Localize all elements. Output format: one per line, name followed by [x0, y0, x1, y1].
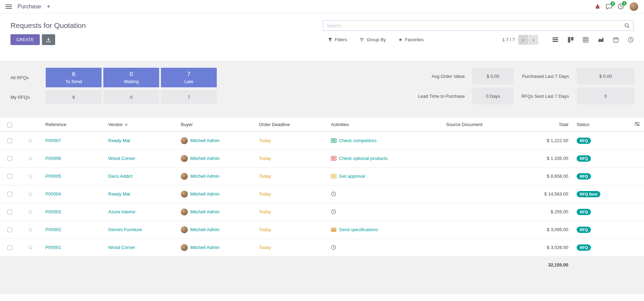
select-all-checkbox[interactable]	[7, 123, 12, 127]
column-header-reference[interactable]: Reference	[45, 122, 66, 127]
activity-icon[interactable]	[331, 228, 336, 232]
activity-icon[interactable]	[331, 138, 336, 143]
activity-icon[interactable]	[331, 209, 336, 214]
calendar-view-icon[interactable]	[613, 37, 619, 43]
my-rfq-count-waiting[interactable]: 0	[103, 90, 159, 104]
graph-view-icon[interactable]	[598, 37, 604, 42]
table-row[interactable]: ☆ P00003 Azure Interior Mitchell Admin T…	[0, 203, 644, 221]
row-checkbox[interactable]	[7, 156, 12, 161]
activity-icon[interactable]	[331, 174, 336, 178]
column-header-vendor[interactable]: Vendor	[108, 122, 128, 127]
favorite-star-icon[interactable]: ☆	[28, 226, 33, 233]
column-header-activities[interactable]: Activities	[331, 122, 349, 127]
table-row[interactable]: ☆ P00005 Deco Addict Mitchell Admin Toda…	[0, 167, 644, 185]
vendor-link[interactable]: Wood Corner	[108, 245, 135, 250]
row-checkbox[interactable]	[7, 227, 12, 232]
create-button[interactable]: CREATE	[10, 34, 40, 45]
all-rfqs-filter[interactable]: All RFQs	[10, 68, 44, 87]
column-header-total[interactable]: Total	[559, 122, 568, 127]
my-rfq-count-late[interactable]: 7	[161, 90, 217, 104]
add-plus-icon[interactable]: +	[47, 3, 51, 10]
activity-label[interactable]: Check competitors	[339, 138, 377, 143]
group-by-button[interactable]: Group By	[360, 37, 386, 42]
favorite-star-icon[interactable]: ☆	[28, 244, 33, 251]
activity-cell[interactable]	[331, 245, 438, 250]
activity-cell[interactable]: Check competitors	[331, 138, 438, 143]
buyer-link[interactable]: Mitchell Admin	[190, 227, 220, 232]
activity-cell[interactable]: Get approval	[331, 174, 438, 179]
user-avatar[interactable]	[629, 2, 638, 11]
activity-cell[interactable]: Check optional products	[331, 156, 438, 161]
favorites-button[interactable]: ★ Favorites	[398, 37, 423, 42]
my-rfqs-filter[interactable]: My RFQs	[10, 90, 44, 104]
vendor-link[interactable]: Wood Corner	[108, 156, 135, 161]
reference-link[interactable]: P00004	[45, 191, 61, 197]
upload-button[interactable]	[42, 34, 55, 45]
activity-label[interactable]: Send specifications	[339, 227, 378, 232]
favorite-star-icon[interactable]: ☆	[28, 191, 33, 197]
debug-bug-icon[interactable]	[595, 4, 600, 9]
buyer-link[interactable]: Mitchell Admin	[190, 245, 220, 250]
column-header-buyer[interactable]: Buyer	[181, 122, 193, 127]
my-rfq-count-to-send[interactable]: 6	[46, 90, 102, 104]
messages-icon[interactable]: 5	[606, 4, 612, 9]
activity-label[interactable]: Check optional products	[339, 156, 387, 161]
row-checkbox[interactable]	[7, 210, 12, 214]
activity-icon[interactable]	[331, 156, 336, 161]
buyer-link[interactable]: Mitchell Admin	[190, 191, 220, 197]
vendor-link[interactable]: Azure Interior	[108, 209, 135, 214]
activity-view-icon[interactable]	[628, 37, 634, 43]
rfq-tile-waiting[interactable]: 0Waiting	[103, 68, 159, 87]
list-view-icon[interactable]	[552, 37, 558, 42]
row-checkbox[interactable]	[7, 245, 12, 250]
activity-cell[interactable]: Send specifications	[331, 227, 438, 232]
pivot-view-icon[interactable]	[583, 37, 589, 43]
row-checkbox[interactable]	[7, 138, 12, 143]
rfq-tile-late[interactable]: 7Late	[161, 68, 217, 87]
kanban-view-icon[interactable]	[568, 37, 573, 43]
reference-link[interactable]: P00003	[45, 209, 61, 214]
row-checkbox[interactable]	[7, 174, 12, 179]
favorite-star-icon[interactable]: ☆	[28, 208, 33, 215]
reference-link[interactable]: P00005	[45, 174, 61, 179]
adjust-columns-icon[interactable]	[635, 122, 640, 126]
activity-icon[interactable]	[331, 245, 336, 250]
buyer-link[interactable]: Mitchell Admin	[190, 156, 220, 161]
buyer-link[interactable]: Mitchell Admin	[190, 174, 220, 179]
filters-button[interactable]: Filters	[328, 37, 347, 42]
vendor-link[interactable]: Gemini Furniture	[108, 227, 142, 232]
buyer-link[interactable]: Mitchell Admin	[190, 209, 220, 214]
activities-clock-icon[interactable]: 1	[618, 3, 624, 9]
row-checkbox[interactable]	[7, 192, 12, 197]
favorite-star-icon[interactable]: ☆	[28, 173, 33, 179]
table-row[interactable]: ☆ P00006 Wood Corner Mitchell Admin Toda…	[0, 149, 644, 167]
favorite-star-icon[interactable]: ☆	[28, 137, 33, 144]
column-header-source[interactable]: Source Document	[446, 122, 482, 127]
activity-cell[interactable]	[331, 191, 438, 197]
favorite-star-icon[interactable]: ☆	[28, 155, 33, 162]
pager-previous-button[interactable]: ‹	[518, 35, 528, 45]
reference-link[interactable]: P00007	[45, 138, 61, 143]
apps-menu-icon[interactable]	[6, 5, 12, 9]
table-row[interactable]: ☆ P00004 Ready Mat Mitchell Admin Today …	[0, 185, 644, 203]
activity-cell[interactable]	[331, 209, 438, 214]
activity-label[interactable]: Get approval	[339, 174, 365, 179]
table-row[interactable]: ☆ P00007 Ready Mat Mitchell Admin Today …	[0, 132, 644, 149]
buyer-link[interactable]: Mitchell Admin	[190, 138, 220, 143]
search-icon[interactable]	[624, 23, 630, 28]
table-row[interactable]: ☆ P00001 Wood Corner Mitchell Admin Toda…	[0, 238, 644, 256]
search-input[interactable]	[327, 23, 624, 28]
vendor-link[interactable]: Deco Addict	[108, 174, 132, 179]
activity-icon[interactable]	[331, 191, 336, 197]
reference-link[interactable]: P00002	[45, 227, 61, 232]
vendor-link[interactable]: Ready Mat	[108, 138, 130, 143]
reference-link[interactable]: P00006	[45, 156, 61, 161]
reference-link[interactable]: P00001	[45, 245, 61, 250]
pager-next-button[interactable]: ›	[528, 35, 538, 45]
column-header-deadline[interactable]: Order Deadline	[259, 122, 290, 127]
column-header-status[interactable]: Status	[577, 122, 590, 127]
table-row[interactable]: ☆ P00002 Gemini Furniture Mitchell Admin…	[0, 221, 644, 238]
rfq-tile-to-send[interactable]: 6To Send	[46, 68, 102, 87]
vendor-link[interactable]: Ready Mat	[108, 191, 130, 197]
app-name-menu[interactable]: Purchase	[17, 3, 41, 10]
